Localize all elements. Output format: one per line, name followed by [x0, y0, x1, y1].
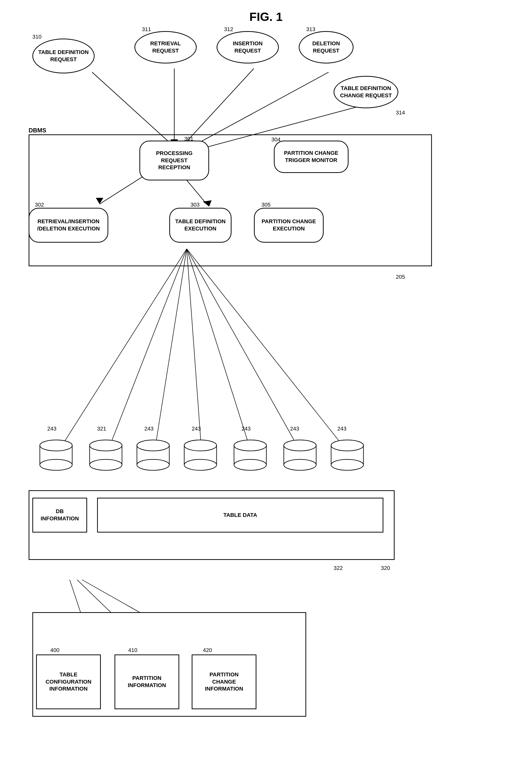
label-321: 321 — [97, 426, 106, 432]
label-311: 311 — [142, 26, 151, 33]
svg-point-43 — [184, 440, 217, 451]
label-400: 400 — [50, 647, 59, 653]
svg-point-25 — [40, 440, 72, 451]
svg-point-30 — [89, 459, 122, 470]
dbms-label: DBMS — [29, 127, 46, 134]
partition-change-info-node: PARTITION CHANGE INFORMATION — [192, 654, 256, 709]
retrieval-insertion-deletion-node: RETRIEVAL/INSERTION /DELETION EXECUTION — [29, 208, 108, 243]
svg-line-11 — [107, 249, 187, 453]
svg-point-31 — [89, 440, 122, 451]
label-205: 205 — [396, 274, 405, 280]
table-def-request-node: TABLE DEFINITION REQUEST — [32, 39, 94, 73]
label-314: 314 — [396, 110, 405, 116]
svg-point-24 — [40, 459, 72, 470]
svg-line-13 — [187, 249, 202, 453]
label-243-6: 243 — [337, 426, 346, 432]
label-410: 410 — [128, 647, 137, 653]
label-320: 320 — [381, 565, 390, 571]
svg-point-42 — [184, 459, 217, 470]
svg-point-61 — [331, 440, 364, 451]
table-config-info-node: TABLE CONFIGURATION INFORMATION — [36, 654, 101, 709]
svg-point-60 — [331, 459, 364, 470]
label-243-3: 243 — [192, 426, 201, 432]
label-322: 322 — [334, 565, 343, 571]
label-243-1: 243 — [47, 426, 56, 432]
svg-point-37 — [137, 440, 169, 451]
db-information-node: DB INFORMATION — [32, 498, 87, 533]
fig-title: FIG. 1 — [249, 10, 283, 24]
partition-change-execution-node: PARTITION CHANGE EXECUTION — [254, 208, 324, 243]
svg-point-54 — [284, 459, 316, 470]
label-302: 302 — [35, 202, 44, 208]
svg-line-15 — [187, 249, 301, 453]
partition-change-trigger-monitor-node: PARTITION CHANGE TRIGGER MONITOR — [274, 141, 348, 173]
deletion-request-node: DELETION REQUEST — [299, 31, 353, 63]
svg-line-10 — [57, 249, 187, 453]
svg-point-49 — [234, 440, 266, 451]
svg-line-12 — [154, 249, 187, 453]
svg-line-14 — [187, 249, 251, 453]
retrieval-request-node: RETRIEVAL REQUEST — [134, 31, 197, 63]
label-243-5: 243 — [290, 426, 299, 432]
svg-point-36 — [137, 459, 169, 470]
table-data-node: TABLE DATA — [97, 498, 383, 533]
dbms-box — [29, 134, 432, 266]
table-def-change-request-node: TABLE DEFINITION CHANGE REQUEST — [334, 76, 398, 108]
table-def-execution-node: TABLE DEFINITION EXECUTION — [169, 208, 231, 243]
insertion-request-node: INSERTION REQUEST — [217, 31, 279, 63]
svg-point-48 — [234, 459, 266, 470]
label-303: 303 — [191, 202, 200, 208]
label-313: 313 — [306, 26, 315, 33]
svg-point-55 — [284, 440, 316, 451]
label-420: 420 — [203, 647, 212, 653]
label-310: 310 — [32, 34, 42, 40]
partition-info-node: PARTITION INFORMATION — [115, 654, 179, 709]
svg-line-16 — [187, 249, 348, 453]
label-243-2: 243 — [144, 426, 154, 432]
label-312: 312 — [224, 26, 233, 33]
label-243-4: 243 — [241, 426, 251, 432]
label-305: 305 — [262, 202, 270, 208]
processing-request-reception-node: PROCESSING REQUEST RECEPTION — [139, 141, 209, 180]
cylinders-svg — [27, 435, 388, 485]
